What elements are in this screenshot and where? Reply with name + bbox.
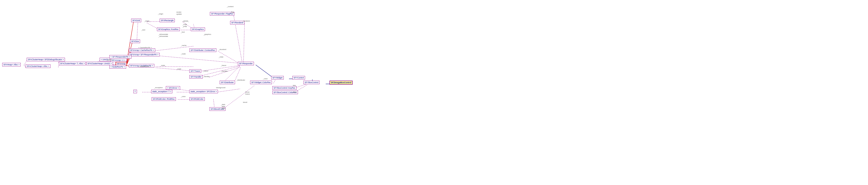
label-cache: _cache	[181, 44, 187, 46]
node-sfywidget-colorrec[interactable]: SFYWidget::ColorRec	[250, 81, 272, 84]
label-exception: _exception	[154, 87, 163, 88]
node-sfxrgbcolor-rgbrec[interactable]: SFXRGBColor::RGBRec	[152, 97, 176, 101]
label-strtranslate: _strtranslate_strtranslate	[158, 33, 168, 37]
diagram-arrows	[0, 0, 868, 185]
label-size: _size	[141, 29, 146, 31]
svg-line-41	[222, 85, 255, 110]
node-sfxclusterheap-t-alloc[interactable]: SFXClusterHeap< T, Alloc >	[59, 62, 86, 65]
label-bevel: bevel	[243, 101, 247, 103]
node-noderec-ptr[interactable]: < NodeRecPtr >	[110, 65, 126, 69]
label-key: _key	[292, 84, 296, 86]
node-sfxrectangle[interactable]: SFXRectangle	[160, 18, 175, 22]
label-dark-light-base: _dark_light_base	[221, 104, 226, 110]
node-sfyresponderptr[interactable]: < SFYResponderPtr >	[110, 55, 131, 59]
node-sfyboxcontrol[interactable]: SFYBoxControl	[304, 81, 319, 84]
node-sfxrgbcolor[interactable]: SFXRGBColor	[189, 97, 205, 101]
node-sfxarray-v[interactable]: SFXArray< V >	[111, 59, 126, 62]
node-sfxgraphics[interactable]: SFXGraphics	[191, 28, 205, 31]
svg-line-26	[244, 23, 245, 63]
label-node2: _node_	[160, 64, 166, 66]
svg-line-15	[137, 23, 138, 42]
node-sfce-error[interactable]: < SFCError >	[166, 86, 180, 90]
label-focus-frame: focusframe	[245, 91, 250, 95]
label-global: _global_	[182, 20, 189, 22]
label-cacherec-ptr: < CacheRecPtr >	[138, 47, 152, 49]
node-static-exception-t[interactable]: static_exception< T >	[151, 90, 172, 93]
label-noderec-ptr2: < NodeRecPtr >	[138, 66, 151, 68]
label-handler2: _handler	[203, 75, 210, 77]
node-sfywidget[interactable]: SFYWidget	[271, 76, 284, 79]
label-dcontext: _dcontext	[219, 48, 226, 50]
svg-line-3	[58, 65, 59, 67]
node-sfydistributer-contextrec[interactable]: SFYDistributer::ContextRec	[189, 48, 216, 52]
node-sfaclusterheap-sfddebugallocator[interactable]: SFAClusterHeap< SFDDebugAllocator >	[27, 58, 65, 61]
label-tracer2: _tracer	[203, 70, 208, 72]
node-sfaclusterheap-alloc[interactable]: SFAClusterHeap< Alloc >	[26, 64, 51, 68]
label-handler1: _handler	[221, 70, 228, 72]
svg-line-29	[274, 80, 275, 83]
node-sfxarray-sfyresponderptr[interactable]: SFXArray< SFYResponderPtr >	[129, 53, 160, 57]
node-t[interactable]: T	[133, 90, 137, 93]
label-renderer: _renderer	[242, 20, 250, 22]
svg-line-1	[24, 65, 26, 67]
node-sfytracer[interactable]: SFYTracer	[189, 69, 201, 73]
label-buffer: _buffer	[107, 59, 112, 61]
node-static-exception-sfcerror[interactable]: static_exception< SFCError >	[189, 90, 218, 93]
node-sfxgraphics-fontrec[interactable]: SFXGraphics::FontRec	[157, 28, 180, 31]
node-sfaheap-alloc[interactable]: SFAHeap< Alloc >	[2, 63, 21, 66]
node-sfyhandler[interactable]: SFYHandler	[189, 75, 203, 79]
node-sfyboxcontrol-keyrec[interactable]: SFYBoxControl::KeyRec	[272, 86, 297, 90]
svg-line-19	[156, 56, 240, 63]
label-graphics: _graphics	[204, 33, 211, 35]
node-sfyresponder[interactable]: SFYResponder	[238, 62, 254, 65]
node-sfxarray-cacherec-ptr[interactable]: SFXArray< CacheRecPtr >	[129, 48, 155, 52]
label-distributer: _distributer	[236, 79, 245, 81]
node-sfxsize[interactable]: SFXSize	[130, 40, 140, 43]
label-color2: _color	[292, 91, 297, 93]
node-sfxclusterheap-uint32[interactable]: SFXClusterHeap< UInt32 >	[86, 62, 113, 65]
svg-line-21	[156, 68, 193, 71]
label-color3: _color	[181, 96, 186, 98]
label-child: _child	[219, 56, 223, 58]
node-sfxgrid[interactable]: SFXGrid	[131, 18, 141, 22]
label-context: _context	[227, 6, 234, 7]
node-sfzimagebox-control[interactable]: SFZImageBoxControl	[330, 81, 352, 85]
label-node1: _node	[181, 53, 186, 55]
label-origin2: _origin_	[144, 20, 150, 22]
node-sfycontrol[interactable]: SFYControl	[292, 76, 305, 79]
label-background: background	[216, 87, 225, 88]
label-font: _font	[181, 31, 185, 33]
label-color: _color	[263, 78, 268, 80]
label-origin: _origin	[158, 13, 163, 15]
label-tracer1: _tracer	[221, 64, 226, 66]
svg-line-38	[217, 89, 240, 92]
diagram-canvas: SFAHeap< Alloc > SFAClusterHeap< SFDDebu…	[0, 0, 868, 185]
label-node3: _node	[176, 68, 181, 70]
label-flag: _flag	[230, 11, 234, 13]
label-xclip: _xclip_yclip	[182, 23, 187, 27]
node-sfydistributer[interactable]: SFYDistributer	[220, 81, 235, 84]
label-render-update: renderupdate	[176, 11, 182, 15]
svg-line-43	[209, 67, 241, 77]
svg-line-18	[152, 46, 193, 51]
